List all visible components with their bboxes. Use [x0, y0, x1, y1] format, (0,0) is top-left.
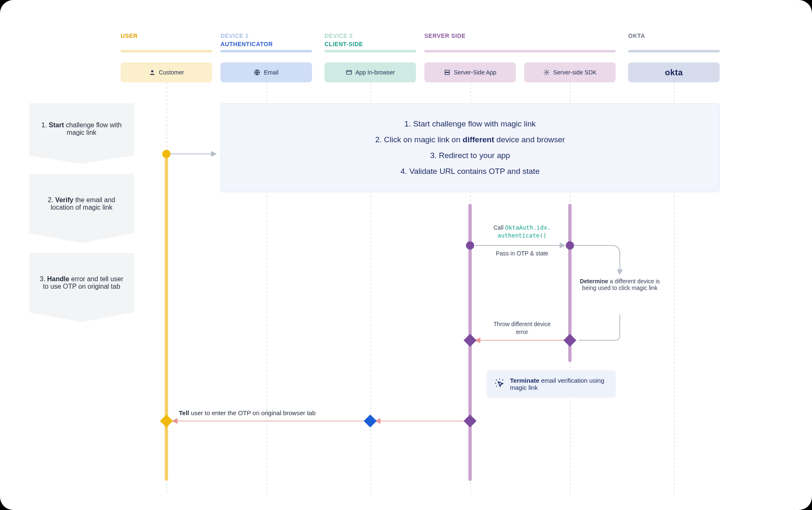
step-1: 1. Start challenge flow with magic link — [29, 103, 134, 164]
server-icon — [444, 69, 451, 76]
gear-icon — [543, 69, 550, 76]
svg-rect-2 — [347, 70, 352, 74]
person-icon — [149, 69, 156, 76]
lane-auth-top: DEVICE 1 — [220, 32, 249, 39]
msg-throw-error: Throw different device error — [487, 320, 557, 336]
cursor-click-icon — [494, 378, 505, 389]
node-app-error — [463, 334, 476, 347]
lane-auth-bar — [220, 50, 312, 52]
participant-server-sdk: Server-side SDK — [524, 62, 616, 82]
summary-line-2: 2. Click on magic link on different devi… — [229, 132, 711, 148]
msg-pass-otp: Pass in OTP & state — [487, 250, 557, 257]
lane-client-label: CLIENT-SIDE — [324, 41, 363, 47]
svg-rect-3 — [445, 70, 450, 72]
participant-customer-label: Customer — [159, 69, 184, 76]
lane-user-label: USER — [121, 32, 138, 39]
node-user-start — [162, 150, 171, 158]
msg-call-authenticate: Call OktaAuth.idx. authenticate() — [487, 224, 557, 240]
participant-server-app-label: Server-Side App — [454, 69, 496, 76]
diagram-canvas: USER DEVICE 1 AUTHENTICATOR DEVICE 2 CLI… — [0, 0, 812, 510]
lane-server-bar — [424, 50, 616, 52]
participant-okta: okta — [628, 62, 720, 82]
node-sdk-call — [566, 241, 574, 250]
okta-logo: okta — [665, 68, 683, 77]
participant-email-label: Email — [264, 69, 278, 76]
lane-server-label: SERVER SIDE — [424, 32, 465, 39]
lane-client-top: DEVICE 2 — [324, 32, 353, 39]
callout-terminate: Terminate email verification using magic… — [487, 370, 616, 398]
summary-line-4: 4. Validate URL contains OTP and state — [229, 163, 711, 179]
node-app-call — [466, 241, 474, 250]
participant-server-app: Server-Side App — [424, 62, 516, 82]
node-client-tell — [364, 414, 376, 427]
participant-email: Email — [220, 62, 312, 82]
lane-okta-label: OKTA — [628, 32, 645, 39]
lane-okta-bar — [628, 50, 720, 52]
svg-point-5 — [546, 72, 547, 73]
note-determine: Determine a different device is being us… — [578, 278, 661, 291]
lane-user-bar — [121, 50, 212, 52]
lane-client-bar — [324, 50, 416, 52]
lane-auth-label: AUTHENTICATOR — [220, 41, 273, 47]
node-app-tell — [463, 414, 476, 427]
svg-rect-4 — [445, 73, 450, 75]
participant-customer: Customer — [121, 62, 212, 82]
participant-app-label: App In-browser — [356, 69, 395, 76]
node-sdk-error — [563, 334, 576, 347]
participant-app-in-browser: App In-browser — [324, 62, 416, 82]
node-user-tell — [160, 414, 173, 427]
activation-user — [165, 154, 168, 481]
msg-tell-user: Tell user to enter the OTP on original b… — [179, 409, 316, 416]
summary-line-3: 3. Redirect to your app — [229, 148, 711, 163]
svg-point-0 — [151, 70, 153, 72]
step-3: 3. Handle error and tell user to use OTP… — [29, 253, 134, 322]
steps-column: 1. Start challenge flow with magic link … — [29, 103, 134, 332]
participant-server-sdk-label: Server-side SDK — [553, 69, 597, 76]
browser-icon — [346, 69, 352, 76]
step-2: 2. Verify the email and location of magi… — [29, 174, 134, 243]
summary-box: 1. Start challenge flow with magic link … — [220, 103, 720, 192]
globe-icon — [254, 69, 260, 76]
summary-line-1: 1. Start challenge flow with magic link — [229, 116, 711, 132]
